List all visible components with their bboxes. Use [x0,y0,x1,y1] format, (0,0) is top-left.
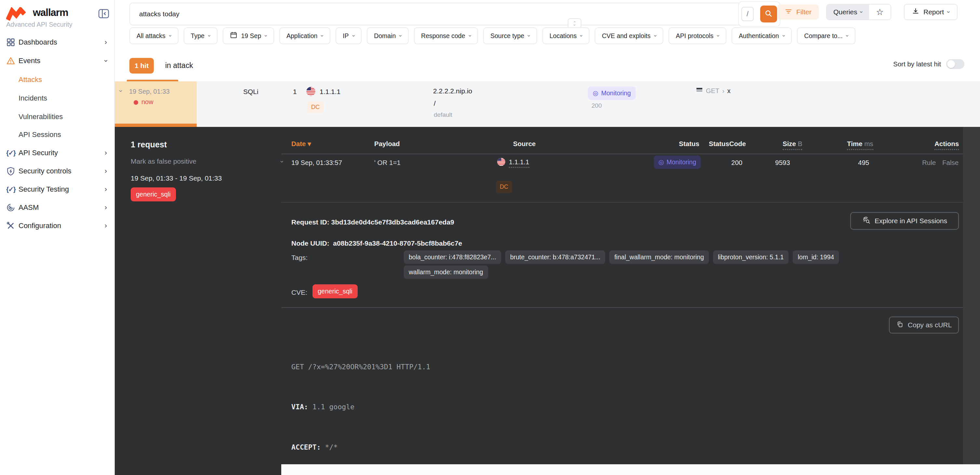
chevron-right-icon: › [105,203,107,212]
filter-chip-application[interactable]: Application› [279,27,330,44]
sidebar: wallarm Advanced API Security Dashboards… [0,0,115,475]
action-false-link[interactable]: False [942,159,959,167]
filter-chip-domain[interactable]: Domain› [367,27,409,44]
cve-badge: generic_sqli [312,284,358,298]
braces-check-icon: {✓} [6,185,19,193]
sidebar-item-label: Dashboards [19,38,105,46]
attack-hit-count: 1 [293,88,297,96]
request-count: 1 request [131,140,167,149]
scrollbar-gutter[interactable] [963,127,980,467]
copy-icon [896,320,904,330]
filter-chip-date[interactable]: 19 Sep› [223,27,274,44]
explore-label: Explore in API Sessions [875,217,947,225]
endpoint-name: x [727,87,730,95]
search-input[interactable] [139,10,692,18]
collapse-sidebar-icon[interactable] [98,8,109,20]
filter-chip-all-attacks[interactable]: All attacks› [129,27,178,44]
spiral-icon [6,203,19,212]
sidebar-item-events[interactable]: Events › [0,54,115,68]
sidebar-item-aasm[interactable]: AASM › [0,201,115,215]
filter-chip-ip[interactable]: IP› [336,27,361,44]
chevron-down-icon: › [319,35,326,37]
column-header-date[interactable]: Date ▾ [291,140,311,148]
attack-summary-row[interactable]: › 19 Sep, 01:33 now SQLi 1 1.1.1.1 DC 2.… [115,81,980,127]
chevron-down-icon: › [780,35,787,37]
hits-count-badge: 1 hit [129,58,154,73]
chevron-down-icon: › [118,90,125,92]
filter-button[interactable]: Filter [778,5,819,19]
action-rule-link[interactable]: Rule [922,159,936,167]
sidebar-item-security-controls[interactable]: Security controls › [0,164,115,178]
filter-chip-response-code[interactable]: Response code› [414,27,478,44]
chevron-down-icon: › [526,35,532,37]
table-row-divider [281,202,963,203]
filter-chip-source-type[interactable]: Source type› [483,27,537,44]
attack-date: 19 Sep, 01:33 [129,88,170,95]
mark-false-positive-link[interactable]: Mark as false positive [131,158,196,165]
sidebar-subtitle: Advanced API Security [6,21,72,28]
attack-type: SQLi [243,88,258,96]
filter-chip-locations[interactable]: Locations› [542,27,590,44]
explore-api-sessions-button[interactable]: Explore in API Sessions [850,212,959,230]
attack-source-ip[interactable]: 1.1.1.1 [320,88,340,96]
sidebar-item-label: AASM [19,203,105,212]
sidebar-item-attacks[interactable]: Attacks [19,73,42,86]
column-header-source: Source [513,140,536,148]
report-button[interactable]: Report › [904,4,958,20]
sidebar-item-configuration[interactable]: Configuration › [0,218,115,233]
sidebar-item-api-security[interactable]: {✓} API Security › [0,146,115,160]
chevron-down-icon: › [652,35,659,37]
sidebar-item-security-testing[interactable]: {✓} Security Testing › [0,182,115,196]
sidebar-item-vulnerabilities[interactable]: Vulnerabilities [19,110,63,123]
grid-icon [6,38,19,47]
column-header-size[interactable]: Size B [783,140,802,150]
request-status-code: 200 [731,159,742,167]
filter-chip-cve-exploits[interactable]: CVE and exploits› [595,27,663,44]
attack-domain: 2.2.2.2.nip.io [433,87,472,95]
download-icon [912,8,920,17]
sidebar-item-api-sessions[interactable]: API Sessions [19,128,61,141]
monitoring-badge: ◎ Monitoring [654,156,701,169]
request-source-ip[interactable]: 1.1.1.1 [509,158,529,168]
chevron-down-icon: › [945,11,952,13]
chevron-down-icon: › [350,35,357,37]
sidebar-item-incidents[interactable]: Incidents [19,92,47,105]
chevron-down-icon: › [105,57,107,65]
main-content: / Filter Queries › ☆ [115,0,980,475]
sidebar-item-label: Security Testing [19,185,105,194]
http-request-block: GET /?x=%27%20OR%201%3D1 HTTP/1.1 VIA: 1… [291,322,607,475]
tab-in-attack[interactable]: in attack [165,61,193,70]
filter-chip-compare-to[interactable]: Compare to...› [797,27,856,44]
chevron-down-icon: › [573,24,576,26]
chevron-down-icon: › [715,35,722,37]
request-size: 9593 [775,159,790,167]
column-header-actions[interactable]: Actions [934,140,959,150]
favorite-star-button[interactable]: ☆ [869,5,891,19]
attack-date-cell-selected[interactable]: › 19 Sep, 01:33 now [115,81,197,127]
attack-tag-badge: generic_sqli [131,187,176,201]
chevron-right-icon: › [105,149,107,157]
attack-when: now [142,98,153,106]
chevron-down-icon[interactable]: › [278,161,286,163]
chevron-right-icon: › [105,185,107,194]
copy-as-curl-button[interactable]: Copy as cURL [889,317,959,333]
chevron-right-icon: › [105,222,107,230]
copy-label: Copy as cURL [908,321,952,329]
queries-button[interactable]: Queries › [827,5,869,19]
search-button[interactable] [760,6,777,22]
column-header-time[interactable]: Time ms [847,140,873,150]
chevron-right-icon: › [105,38,107,46]
filter-chip-authentication[interactable]: Authentication› [732,27,792,44]
sort-toggle[interactable] [946,59,964,69]
sidebar-item-label: Configuration [19,222,105,230]
table-header-divider [281,153,963,154]
chevron-right-icon: › [105,167,107,175]
sidebar-item-dashboards[interactable]: Dashboards › [0,35,115,49]
tools-icon [6,221,19,230]
chevron-down-icon: › [578,35,585,37]
toggle-knob [947,60,955,68]
filter-chip-type[interactable]: Type› [184,27,218,44]
filter-chip-api-protocols[interactable]: API protocols› [668,27,726,44]
warning-triangle-icon [6,56,19,65]
shield-icon [6,167,19,176]
